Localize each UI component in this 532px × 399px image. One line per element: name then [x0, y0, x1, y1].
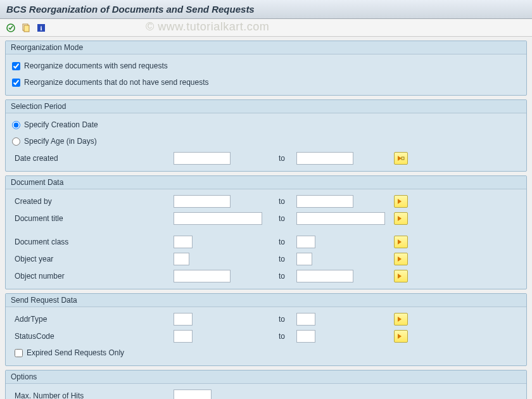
input-max-hits[interactable]: [174, 390, 212, 399]
input-created-by-to[interactable]: [296, 195, 353, 208]
label-status-code: StatusCode: [12, 332, 174, 341]
input-created-by-from[interactable]: [174, 195, 231, 208]
radio-creation-date[interactable]: [12, 121, 20, 129]
info-icon[interactable]: i: [35, 22, 47, 34]
multi-select-button[interactable]: [394, 236, 408, 248]
multi-select-button[interactable]: [394, 195, 408, 208]
label-doc-title: Document title: [12, 214, 174, 223]
label-to: to: [269, 315, 296, 324]
input-doc-class-to[interactable]: [296, 236, 315, 248]
checkbox-reorg-without-send[interactable]: [12, 79, 20, 87]
input-addr-type-to[interactable]: [296, 313, 315, 326]
label-to: to: [269, 272, 296, 281]
input-obj-year-from[interactable]: [174, 253, 189, 265]
execute-icon[interactable]: [5, 22, 16, 34]
multi-select-button[interactable]: [394, 330, 408, 343]
label-expired-only: Expired Send Requests Only: [27, 348, 124, 357]
multi-select-button[interactable]: [394, 270, 408, 282]
multi-select-button[interactable]: [394, 152, 408, 165]
variant-icon[interactable]: [20, 22, 32, 34]
label-obj-year: Object year: [12, 255, 174, 263]
group-title-reorg: Reorganization Mode: [6, 41, 526, 54]
group-title-selection: Selection Period: [6, 100, 526, 113]
input-date-to[interactable]: [296, 152, 353, 165]
label-to: to: [269, 255, 296, 263]
label-to: to: [269, 197, 296, 206]
svg-text:i: i: [40, 24, 42, 32]
group-send-request: Send Request Data AddrType to StatusCode…: [5, 293, 527, 366]
group-title-options: Options: [6, 370, 526, 384]
group-title-docdata: Document Data: [6, 176, 526, 189]
svg-rect-5: [402, 157, 404, 160]
input-status-code-from[interactable]: [174, 330, 193, 343]
label-age-days: Specify Age (in Days): [24, 137, 97, 146]
label-to: to: [269, 332, 296, 341]
radio-age-days[interactable]: [12, 137, 20, 146]
content-area: Reorganization Mode Reorganize documents…: [0, 37, 532, 399]
input-obj-num-to[interactable]: [296, 270, 353, 282]
svg-rect-2: [24, 25, 29, 32]
label-doc-class: Document class: [12, 238, 174, 246]
toolbar: i: [0, 19, 532, 37]
label-max-hits: Max. Number of Hits: [12, 391, 174, 399]
input-obj-year-to[interactable]: [296, 253, 312, 265]
label-to: to: [269, 154, 296, 163]
label-created-by: Created by: [12, 197, 174, 206]
multi-select-button[interactable]: [394, 253, 408, 265]
label-creation-date: Specify Creation Date: [24, 120, 98, 129]
group-selection-period: Selection Period Specify Creation Date S…: [5, 99, 527, 172]
checkbox-reorg-with-send[interactable]: [12, 62, 20, 70]
group-document-data: Document Data Created by to Document tit…: [5, 175, 527, 289]
group-reorg-mode: Reorganization Mode Reorganize documents…: [5, 41, 527, 96]
label-date-created: Date created: [12, 154, 174, 163]
group-options: Options Max. Number of Hits Pack. Size: [5, 370, 527, 399]
input-status-code-to[interactable]: [296, 330, 315, 343]
input-doc-title-from[interactable]: [174, 212, 262, 225]
input-obj-num-from[interactable]: [174, 270, 231, 282]
label-to: to: [269, 214, 296, 223]
label-reorg-without-send: Reorganize documents that do not have se…: [24, 78, 209, 87]
group-title-sendreq: Send Request Data: [6, 294, 526, 307]
label-reorg-with-send: Reorganize documents with send requests: [24, 61, 168, 70]
input-addr-type-from[interactable]: [174, 313, 193, 326]
checkbox-expired-only[interactable]: [15, 349, 23, 357]
input-doc-title-to[interactable]: [296, 212, 385, 225]
label-addr-type: AddrType: [12, 315, 174, 324]
multi-select-button[interactable]: [394, 313, 408, 326]
input-date-from[interactable]: [174, 152, 231, 165]
page-title: BCS Reorganization of Documents and Send…: [0, 0, 532, 19]
multi-select-button[interactable]: [394, 212, 408, 225]
label-obj-num: Object number: [12, 272, 174, 281]
label-to: to: [269, 238, 296, 246]
input-doc-class-from[interactable]: [174, 236, 193, 248]
